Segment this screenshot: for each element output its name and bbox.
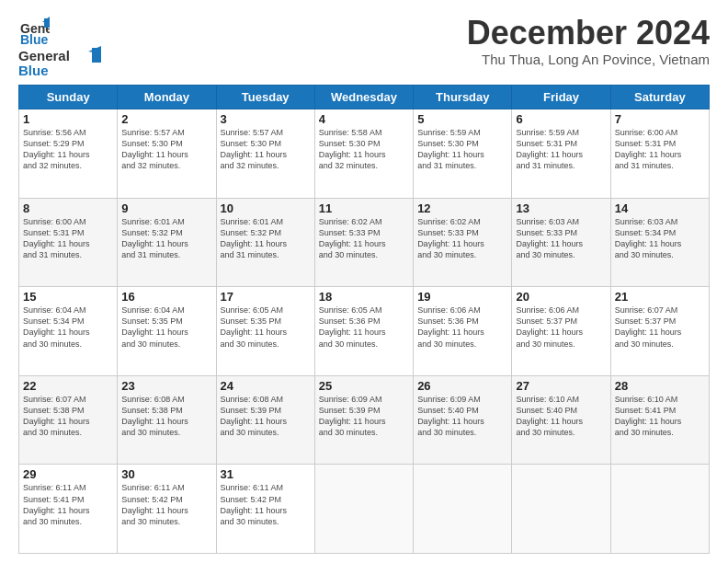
logo: General Blue General Blue: [18, 15, 101, 79]
day-header-friday: Friday: [512, 86, 610, 109]
calendar-day-5: 5Sunrise: 5:59 AMSunset: 5:30 PMDaylight…: [414, 109, 512, 199]
calendar-day-1: 1Sunrise: 5:56 AMSunset: 5:29 PMDaylight…: [19, 109, 118, 199]
day-header-monday: Monday: [118, 86, 216, 109]
calendar-day-6: 6Sunrise: 5:59 AMSunset: 5:31 PMDaylight…: [512, 109, 610, 199]
logo-icon: General Blue: [18, 15, 50, 46]
calendar-empty-cell: [414, 465, 512, 554]
day-header-wednesday: Wednesday: [314, 86, 413, 109]
day-header-saturday: Saturday: [610, 86, 709, 109]
title-block: December 2024 Thu Thua, Long An Povince,…: [467, 15, 710, 67]
calendar-day-3: 3Sunrise: 5:57 AMSunset: 5:30 PMDaylight…: [216, 109, 314, 199]
logo-svg: General Blue: [18, 46, 101, 79]
calendar-day-8: 8Sunrise: 6:00 AMSunset: 5:31 PMDaylight…: [19, 198, 118, 287]
calendar-day-23: 23Sunrise: 6:08 AMSunset: 5:38 PMDayligh…: [118, 375, 216, 465]
calendar-week-3: 15Sunrise: 6:04 AMSunset: 5:34 PMDayligh…: [19, 287, 710, 376]
calendar-day-20: 20Sunrise: 6:06 AMSunset: 5:37 PMDayligh…: [512, 287, 610, 376]
calendar-day-2: 2Sunrise: 5:57 AMSunset: 5:30 PMDaylight…: [118, 109, 216, 199]
page: General Blue General Blue December 2024 …: [0, 0, 728, 563]
svg-text:Blue: Blue: [18, 63, 49, 78]
calendar-empty-cell: [314, 465, 413, 554]
calendar-day-17: 17Sunrise: 6:05 AMSunset: 5:35 PMDayligh…: [216, 287, 314, 376]
calendar-day-21: 21Sunrise: 6:07 AMSunset: 5:37 PMDayligh…: [610, 287, 709, 376]
calendar-day-13: 13Sunrise: 6:03 AMSunset: 5:33 PMDayligh…: [512, 198, 610, 287]
calendar-day-15: 15Sunrise: 6:04 AMSunset: 5:34 PMDayligh…: [19, 287, 118, 376]
svg-marker-3: [42, 17, 50, 22]
calendar-day-11: 11Sunrise: 6:02 AMSunset: 5:33 PMDayligh…: [314, 198, 413, 287]
calendar-day-18: 18Sunrise: 6:05 AMSunset: 5:36 PMDayligh…: [314, 287, 413, 376]
main-title: December 2024: [467, 15, 710, 52]
calendar-empty-cell: [512, 465, 610, 554]
svg-text:General: General: [18, 48, 70, 63]
calendar-day-27: 27Sunrise: 6:10 AMSunset: 5:40 PMDayligh…: [512, 375, 610, 465]
calendar-day-19: 19Sunrise: 6:06 AMSunset: 5:36 PMDayligh…: [414, 287, 512, 376]
calendar-week-4: 22Sunrise: 6:07 AMSunset: 5:38 PMDayligh…: [19, 375, 710, 465]
calendar-day-30: 30Sunrise: 6:11 AMSunset: 5:42 PMDayligh…: [118, 465, 216, 554]
calendar-day-26: 26Sunrise: 6:09 AMSunset: 5:40 PMDayligh…: [414, 375, 512, 465]
calendar-table: SundayMondayTuesdayWednesdayThursdayFrid…: [18, 85, 710, 554]
calendar-day-22: 22Sunrise: 6:07 AMSunset: 5:38 PMDayligh…: [19, 375, 118, 465]
day-header-sunday: Sunday: [19, 86, 118, 109]
calendar-day-29: 29Sunrise: 6:11 AMSunset: 5:41 PMDayligh…: [19, 465, 118, 554]
calendar-week-5: 29Sunrise: 6:11 AMSunset: 5:41 PMDayligh…: [19, 465, 710, 554]
calendar-empty-cell: [610, 465, 709, 554]
calendar-day-25: 25Sunrise: 6:09 AMSunset: 5:39 PMDayligh…: [314, 375, 413, 465]
calendar-day-14: 14Sunrise: 6:03 AMSunset: 5:34 PMDayligh…: [610, 198, 709, 287]
calendar-day-7: 7Sunrise: 6:00 AMSunset: 5:31 PMDaylight…: [610, 109, 709, 199]
header: General Blue General Blue December 2024 …: [18, 15, 710, 79]
day-header-tuesday: Tuesday: [216, 86, 314, 109]
calendar-day-9: 9Sunrise: 6:01 AMSunset: 5:32 PMDaylight…: [118, 198, 216, 287]
calendar-day-16: 16Sunrise: 6:04 AMSunset: 5:35 PMDayligh…: [118, 287, 216, 376]
svg-text:Blue: Blue: [20, 32, 49, 46]
calendar-day-24: 24Sunrise: 6:08 AMSunset: 5:39 PMDayligh…: [216, 375, 314, 465]
calendar-day-31: 31Sunrise: 6:11 AMSunset: 5:42 PMDayligh…: [216, 465, 314, 554]
calendar-day-4: 4Sunrise: 5:58 AMSunset: 5:30 PMDaylight…: [314, 109, 413, 199]
calendar-day-12: 12Sunrise: 6:02 AMSunset: 5:33 PMDayligh…: [414, 198, 512, 287]
calendar-day-10: 10Sunrise: 6:01 AMSunset: 5:32 PMDayligh…: [216, 198, 314, 287]
day-header-thursday: Thursday: [414, 86, 512, 109]
svg-marker-7: [88, 46, 101, 53]
calendar-week-2: 8Sunrise: 6:00 AMSunset: 5:31 PMDaylight…: [19, 198, 710, 287]
calendar-header-row: SundayMondayTuesdayWednesdayThursdayFrid…: [19, 86, 710, 109]
subtitle: Thu Thua, Long An Povince, Vietnam: [467, 52, 710, 67]
calendar-week-1: 1Sunrise: 5:56 AMSunset: 5:29 PMDaylight…: [19, 109, 710, 199]
calendar-day-28: 28Sunrise: 6:10 AMSunset: 5:41 PMDayligh…: [610, 375, 709, 465]
